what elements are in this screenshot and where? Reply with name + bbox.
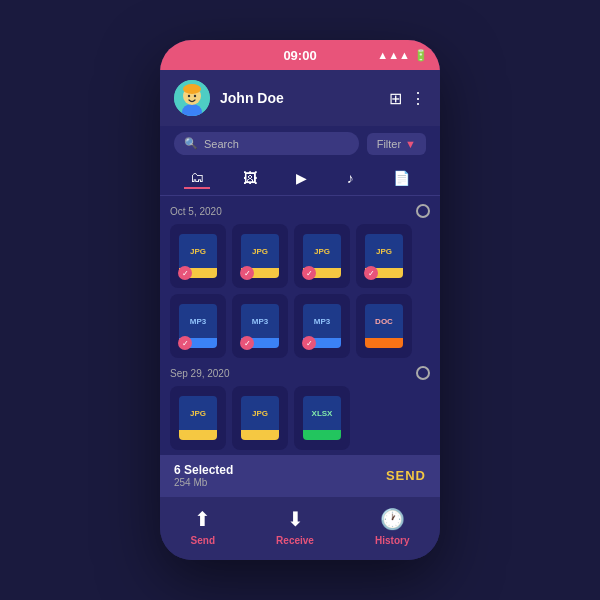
battery-icon: 🔋 bbox=[414, 49, 428, 62]
date-sep29: Sep 29, 2020 bbox=[170, 368, 230, 379]
user-name: John Doe bbox=[220, 90, 379, 106]
selected-count: 6 Selected bbox=[174, 463, 233, 477]
tab-doc[interactable]: 📄 bbox=[387, 168, 416, 188]
status-icons: ▲▲▲ 🔋 bbox=[377, 49, 428, 62]
file-card[interactable]: JPG bbox=[232, 386, 288, 450]
check-badge: ✓ bbox=[240, 266, 254, 280]
file-card[interactable]: JPG ✓ bbox=[232, 224, 288, 288]
section-radio-oct5[interactable] bbox=[416, 204, 430, 218]
file-card[interactable]: DOC bbox=[356, 294, 412, 358]
send-icon: ⬆ bbox=[194, 507, 211, 531]
tab-image[interactable]: 🖼 bbox=[237, 168, 263, 188]
filter-icon: ▼ bbox=[405, 138, 416, 150]
search-input-wrap[interactable]: 🔍 Search bbox=[174, 132, 359, 155]
selected-info: 6 Selected 254 Mb bbox=[174, 463, 233, 488]
tab-audio[interactable]: ♪ bbox=[341, 168, 360, 188]
filter-button[interactable]: Filter ▼ bbox=[367, 133, 426, 155]
check-badge: ✓ bbox=[178, 336, 192, 350]
svg-point-5 bbox=[194, 95, 196, 97]
date-oct5: Oct 5, 2020 bbox=[170, 206, 222, 217]
content-area: Oct 5, 2020 JPG ✓ JPG ✓ bbox=[160, 196, 440, 455]
grid-icon[interactable]: ⊞ bbox=[389, 89, 402, 108]
check-badge: ✓ bbox=[240, 336, 254, 350]
phone-frame: 09:00 ▲▲▲ 🔋 John Doe bbox=[160, 40, 440, 560]
date-row-oct5: Oct 5, 2020 bbox=[170, 204, 430, 218]
nav-history[interactable]: 🕐 History bbox=[375, 507, 409, 546]
nav-receive-label: Receive bbox=[276, 535, 314, 546]
filter-label: Filter bbox=[377, 138, 401, 150]
selected-size: 254 Mb bbox=[174, 477, 233, 488]
status-bar: 09:00 ▲▲▲ 🔋 bbox=[160, 40, 440, 70]
svg-point-4 bbox=[188, 95, 190, 97]
nav-send-label: Send bbox=[191, 535, 215, 546]
svg-point-3 bbox=[183, 84, 201, 94]
date-row-sep29: Sep 29, 2020 bbox=[170, 366, 430, 380]
check-badge: ✓ bbox=[178, 266, 192, 280]
file-card[interactable]: JPG ✓ bbox=[356, 224, 412, 288]
search-bar: 🔍 Search Filter ▼ bbox=[160, 126, 440, 161]
file-card[interactable]: MP3 ✓ bbox=[232, 294, 288, 358]
avatar bbox=[174, 80, 210, 116]
check-badge: ✓ bbox=[302, 266, 316, 280]
bottom-nav: ⬆ Send ⬇ Receive 🕐 History bbox=[160, 496, 440, 560]
check-badge: ✓ bbox=[364, 266, 378, 280]
file-card[interactable]: JPG ✓ bbox=[170, 224, 226, 288]
file-tabs: 🗂 🖼 ▶ ♪ 📄 bbox=[160, 161, 440, 196]
nav-history-label: History bbox=[375, 535, 409, 546]
search-placeholder: Search bbox=[204, 138, 239, 150]
files-grid-sep29: JPG JPG XLSX bbox=[170, 386, 430, 450]
more-icon[interactable]: ⋮ bbox=[410, 89, 426, 108]
header-icons: ⊞ ⋮ bbox=[389, 89, 426, 108]
section-oct5: Oct 5, 2020 JPG ✓ JPG ✓ bbox=[170, 204, 430, 358]
tab-video[interactable]: ▶ bbox=[290, 168, 313, 188]
status-time: 09:00 bbox=[283, 48, 316, 63]
selected-bar: 6 Selected 254 Mb SEND bbox=[160, 455, 440, 496]
signal-icon: ▲▲▲ bbox=[377, 49, 410, 61]
nav-receive[interactable]: ⬇ Receive bbox=[276, 507, 314, 546]
send-button[interactable]: SEND bbox=[386, 468, 426, 483]
header: John Doe ⊞ ⋮ bbox=[160, 70, 440, 126]
section-sep29: Sep 29, 2020 JPG JPG bbox=[170, 366, 430, 450]
file-card[interactable]: MP3 ✓ bbox=[170, 294, 226, 358]
files-grid-oct5: JPG ✓ JPG ✓ JPG ✓ bbox=[170, 224, 430, 358]
section-radio-sep29[interactable] bbox=[416, 366, 430, 380]
receive-icon: ⬇ bbox=[287, 507, 304, 531]
history-icon: 🕐 bbox=[380, 507, 405, 531]
search-icon: 🔍 bbox=[184, 137, 198, 150]
file-card[interactable]: XLSX bbox=[294, 386, 350, 450]
file-card[interactable]: JPG bbox=[170, 386, 226, 450]
file-card[interactable]: JPG ✓ bbox=[294, 224, 350, 288]
check-badge: ✓ bbox=[302, 336, 316, 350]
file-card[interactable]: MP3 ✓ bbox=[294, 294, 350, 358]
tab-all[interactable]: 🗂 bbox=[184, 167, 210, 189]
nav-send[interactable]: ⬆ Send bbox=[191, 507, 215, 546]
